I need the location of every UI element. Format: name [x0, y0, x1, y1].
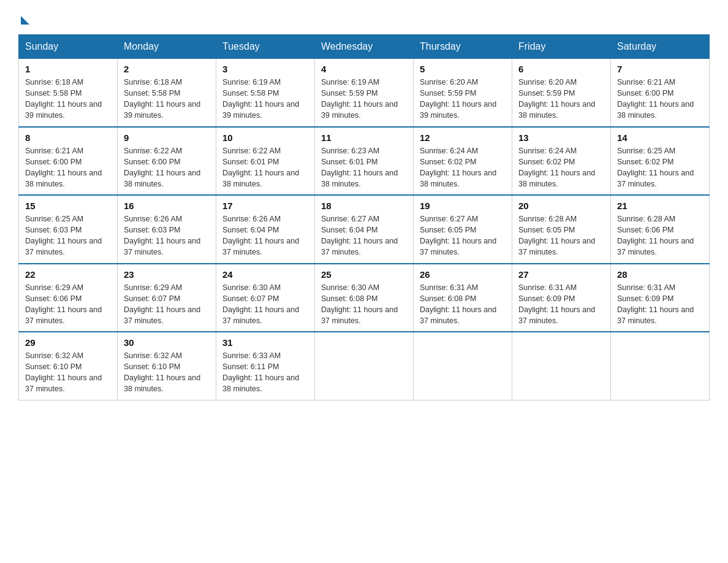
calendar-week-row: 22 Sunrise: 6:29 AMSunset: 6:06 PMDaylig… — [19, 264, 710, 332]
day-number: 31 — [222, 337, 308, 348]
day-info: Sunrise: 6:18 AMSunset: 5:58 PMDaylight:… — [124, 78, 200, 120]
day-info: Sunrise: 6:21 AMSunset: 6:00 PMDaylight:… — [25, 147, 102, 188]
calendar-cell: 15 Sunrise: 6:25 AMSunset: 6:03 PMDaylig… — [19, 195, 118, 264]
page-header — [18, 12, 710, 22]
calendar-cell: 26 Sunrise: 6:31 AMSunset: 6:08 PMDaylig… — [414, 264, 512, 332]
day-info: Sunrise: 6:24 AMSunset: 6:02 PMDaylight:… — [420, 147, 496, 188]
day-info: Sunrise: 6:25 AMSunset: 6:02 PMDaylight:… — [617, 147, 694, 188]
calendar-cell — [611, 332, 710, 400]
day-number: 22 — [25, 269, 111, 280]
day-number: 8 — [25, 132, 111, 143]
day-number: 4 — [321, 64, 407, 74]
calendar-cell: 21 Sunrise: 6:28 AMSunset: 6:06 PMDaylig… — [611, 195, 710, 264]
calendar-cell: 6 Sunrise: 6:20 AMSunset: 5:59 PMDayligh… — [512, 59, 611, 127]
calendar-cell: 27 Sunrise: 6:31 AMSunset: 6:09 PMDaylig… — [512, 264, 611, 332]
calendar-cell: 14 Sunrise: 6:25 AMSunset: 6:02 PMDaylig… — [611, 127, 710, 196]
calendar-cell: 31 Sunrise: 6:33 AMSunset: 6:11 PMDaylig… — [216, 332, 315, 400]
day-info: Sunrise: 6:23 AMSunset: 6:01 PMDaylight:… — [321, 147, 398, 188]
day-number: 9 — [124, 132, 210, 143]
day-info: Sunrise: 6:20 AMSunset: 5:59 PMDaylight:… — [420, 78, 496, 120]
calendar-week-row: 8 Sunrise: 6:21 AMSunset: 6:00 PMDayligh… — [19, 127, 710, 196]
day-number: 13 — [518, 132, 604, 143]
day-number: 7 — [617, 64, 703, 74]
calendar-cell: 3 Sunrise: 6:19 AMSunset: 5:58 PMDayligh… — [216, 59, 315, 127]
day-info: Sunrise: 6:33 AMSunset: 6:11 PMDaylight:… — [222, 351, 299, 393]
calendar-cell: 24 Sunrise: 6:30 AMSunset: 6:07 PMDaylig… — [216, 264, 315, 332]
day-number: 12 — [420, 132, 506, 143]
day-info: Sunrise: 6:31 AMSunset: 6:09 PMDaylight:… — [518, 283, 595, 325]
calendar-cell: 11 Sunrise: 6:23 AMSunset: 6:01 PMDaylig… — [315, 127, 414, 196]
day-number: 6 — [518, 64, 604, 74]
column-header-wednesday: Wednesday — [315, 35, 414, 59]
day-number: 18 — [321, 201, 407, 211]
calendar-cell — [414, 332, 512, 400]
column-header-sunday: Sunday — [19, 35, 118, 59]
day-info: Sunrise: 6:22 AMSunset: 6:00 PMDaylight:… — [124, 147, 200, 188]
day-number: 21 — [617, 201, 703, 211]
calendar-cell: 16 Sunrise: 6:26 AMSunset: 6:03 PMDaylig… — [118, 195, 216, 264]
calendar-cell: 29 Sunrise: 6:32 AMSunset: 6:10 PMDaylig… — [19, 332, 118, 400]
day-info: Sunrise: 6:31 AMSunset: 6:09 PMDaylight:… — [617, 283, 694, 325]
calendar-cell: 13 Sunrise: 6:24 AMSunset: 6:02 PMDaylig… — [512, 127, 611, 196]
day-info: Sunrise: 6:27 AMSunset: 6:04 PMDaylight:… — [321, 215, 398, 256]
day-number: 14 — [617, 132, 703, 143]
day-number: 15 — [25, 201, 111, 211]
calendar-cell: 8 Sunrise: 6:21 AMSunset: 6:00 PMDayligh… — [19, 127, 118, 196]
calendar-cell: 2 Sunrise: 6:18 AMSunset: 5:58 PMDayligh… — [118, 59, 216, 127]
calendar-cell — [315, 332, 414, 400]
column-header-friday: Friday — [512, 35, 611, 59]
day-info: Sunrise: 6:21 AMSunset: 6:00 PMDaylight:… — [617, 78, 694, 120]
day-number: 29 — [25, 337, 111, 348]
day-number: 11 — [321, 132, 407, 143]
calendar-cell: 28 Sunrise: 6:31 AMSunset: 6:09 PMDaylig… — [611, 264, 710, 332]
calendar-cell: 30 Sunrise: 6:32 AMSunset: 6:10 PMDaylig… — [118, 332, 216, 400]
calendar-cell: 1 Sunrise: 6:18 AMSunset: 5:58 PMDayligh… — [19, 59, 118, 127]
calendar-week-row: 15 Sunrise: 6:25 AMSunset: 6:03 PMDaylig… — [19, 195, 710, 264]
day-info: Sunrise: 6:20 AMSunset: 5:59 PMDaylight:… — [518, 78, 595, 120]
day-info: Sunrise: 6:31 AMSunset: 6:08 PMDaylight:… — [420, 283, 496, 325]
calendar-table: SundayMondayTuesdayWednesdayThursdayFrid… — [18, 34, 710, 400]
calendar-cell: 22 Sunrise: 6:29 AMSunset: 6:06 PMDaylig… — [19, 264, 118, 332]
calendar-cell: 5 Sunrise: 6:20 AMSunset: 5:59 PMDayligh… — [414, 59, 512, 127]
day-info: Sunrise: 6:32 AMSunset: 6:10 PMDaylight:… — [25, 351, 102, 393]
day-number: 1 — [25, 64, 111, 74]
calendar-cell: 9 Sunrise: 6:22 AMSunset: 6:00 PMDayligh… — [118, 127, 216, 196]
column-header-monday: Monday — [118, 35, 216, 59]
column-header-tuesday: Tuesday — [216, 35, 315, 59]
calendar-cell: 12 Sunrise: 6:24 AMSunset: 6:02 PMDaylig… — [414, 127, 512, 196]
calendar-cell: 10 Sunrise: 6:22 AMSunset: 6:01 PMDaylig… — [216, 127, 315, 196]
day-number: 17 — [222, 201, 308, 211]
day-number: 19 — [420, 201, 506, 211]
day-info: Sunrise: 6:28 AMSunset: 6:05 PMDaylight:… — [518, 215, 595, 256]
day-number: 2 — [124, 64, 210, 74]
day-number: 27 — [518, 269, 604, 280]
day-number: 24 — [222, 269, 308, 280]
day-number: 23 — [124, 269, 210, 280]
day-info: Sunrise: 6:26 AMSunset: 6:03 PMDaylight:… — [124, 215, 200, 256]
column-header-saturday: Saturday — [611, 35, 710, 59]
logo — [18, 12, 29, 22]
calendar-cell: 20 Sunrise: 6:28 AMSunset: 6:05 PMDaylig… — [512, 195, 611, 264]
logo-arrow-icon — [21, 16, 29, 25]
calendar-week-row: 29 Sunrise: 6:32 AMSunset: 6:10 PMDaylig… — [19, 332, 710, 400]
day-number: 10 — [222, 132, 308, 143]
day-info: Sunrise: 6:22 AMSunset: 6:01 PMDaylight:… — [222, 147, 299, 188]
calendar-cell: 7 Sunrise: 6:21 AMSunset: 6:00 PMDayligh… — [611, 59, 710, 127]
day-number: 3 — [222, 64, 308, 74]
day-info: Sunrise: 6:27 AMSunset: 6:05 PMDaylight:… — [420, 215, 496, 256]
day-number: 26 — [420, 269, 506, 280]
column-header-thursday: Thursday — [414, 35, 512, 59]
day-info: Sunrise: 6:24 AMSunset: 6:02 PMDaylight:… — [518, 147, 595, 188]
calendar-cell: 23 Sunrise: 6:29 AMSunset: 6:07 PMDaylig… — [118, 264, 216, 332]
day-info: Sunrise: 6:30 AMSunset: 6:07 PMDaylight:… — [222, 283, 299, 325]
day-number: 28 — [617, 269, 703, 280]
calendar-cell — [512, 332, 611, 400]
calendar-cell: 25 Sunrise: 6:30 AMSunset: 6:08 PMDaylig… — [315, 264, 414, 332]
calendar-cell: 4 Sunrise: 6:19 AMSunset: 5:59 PMDayligh… — [315, 59, 414, 127]
day-info: Sunrise: 6:29 AMSunset: 6:06 PMDaylight:… — [25, 283, 102, 325]
calendar-cell: 19 Sunrise: 6:27 AMSunset: 6:05 PMDaylig… — [414, 195, 512, 264]
day-info: Sunrise: 6:18 AMSunset: 5:58 PMDaylight:… — [25, 78, 102, 120]
calendar-cell: 17 Sunrise: 6:26 AMSunset: 6:04 PMDaylig… — [216, 195, 315, 264]
day-info: Sunrise: 6:25 AMSunset: 6:03 PMDaylight:… — [25, 215, 102, 256]
day-number: 30 — [124, 337, 210, 348]
